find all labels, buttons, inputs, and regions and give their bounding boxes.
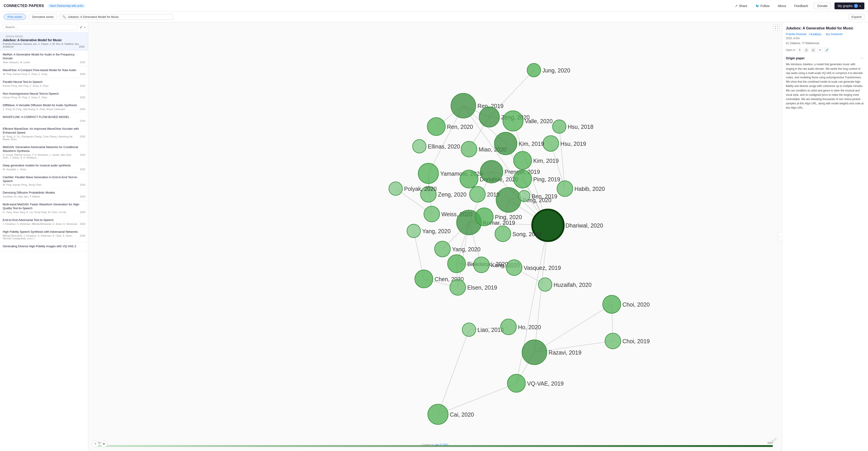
filter-input[interactable] [3, 24, 78, 30]
node-circle [480, 160, 503, 183]
logo[interactable]: CONNECTED PAPERS [4, 4, 44, 8]
list-item[interactable]: Efficient WaveGlow: An Improved WaveGlow… [0, 125, 88, 143]
graph-node[interactable]: Hsu, 2019 [543, 136, 586, 151]
help-button[interactable]: ? [92, 441, 99, 447]
created-label: Created on Jan 27 2021 [422, 443, 448, 446]
panel-expand-button[interactable]: ⤢ [80, 25, 83, 29]
graph-node[interactable]: Ho, 2020 [501, 319, 541, 335]
graph-node[interactable]: Huzaifah, 2020 [538, 278, 592, 291]
open-link-button[interactable]: 🔗 [824, 48, 829, 53]
fullscreen-button[interactable]: ⛶ [773, 25, 780, 31]
node-label: Ping, 2020 [495, 214, 522, 220]
node-label: Ellinas, 2020 [428, 143, 460, 150]
expand-button[interactable]: Expand [848, 14, 864, 20]
node-circle [605, 333, 621, 349]
node-label: Hsu, 2018 [568, 124, 594, 130]
author-secondary[interactable]: Ilya Sutskever [826, 33, 843, 36]
graph-node[interactable]: Elsen, 2019 [450, 279, 497, 295]
list-item[interactable]: Parallel Neural Text-to-Speech Kainan Pe… [0, 78, 88, 90]
share-button[interactable]: ↗ Share [733, 3, 749, 9]
list-item[interactable]: MelNet: A Generative Model for Audio in … [0, 51, 88, 66]
about-button[interactable]: About [775, 3, 788, 9]
graph-node[interactable]: Ping, 2019 [514, 170, 560, 188]
node-circle [495, 226, 511, 242]
created-date-link[interactable]: Jan 27 2021 [435, 443, 448, 446]
open-x-button[interactable]: ✕ [817, 48, 823, 53]
section-header: Origin paper ··· [786, 56, 864, 60]
graph-node[interactable]: Yang, 2020 [407, 224, 451, 238]
graph-node[interactable]: Razavi, 2019 [522, 340, 582, 365]
node-circle [424, 206, 440, 222]
origin-label: Origin paper [3, 34, 85, 38]
main-layout: ⤢ › Origin paper Jukebox: A Generative M… [0, 22, 868, 451]
open-pubmed-button[interactable]: P [804, 48, 809, 53]
eye-button[interactable]: 👁 [100, 441, 107, 447]
graph-node[interactable]: Zeng, 2020 [421, 186, 466, 202]
graph-node[interactable]: Vasquez, 2019 [506, 260, 561, 275]
node-circle [461, 141, 477, 157]
node-circle [538, 278, 552, 291]
graph-node[interactable]: Choi, 2019 [605, 333, 650, 349]
node-circle [532, 209, 564, 241]
open-ncbi-button[interactable]: N [811, 48, 816, 53]
list-item[interactable]: WaveFlow: A Compact Flow-based Model for… [0, 66, 88, 78]
graph-node[interactable]: Dhariwal, 2020 [532, 209, 603, 241]
mygraphs-count: 1 [854, 4, 858, 8]
node-label: Valle, 2020 [525, 118, 553, 124]
graph-node[interactable]: VQ-VAE, 2019 [507, 374, 564, 392]
graph-node[interactable]: Kim, 2019 [494, 132, 544, 155]
list-item[interactable]: MelGAN: Generative Adversarial Networks … [0, 143, 88, 161]
graph-node[interactable]: 2019 [469, 186, 500, 202]
node-circle [557, 181, 573, 197]
derivative-works-tab[interactable]: Derivative works [28, 14, 58, 20]
node-label: Habib, 2020 [575, 186, 605, 192]
list-item[interactable]: Denoising Diffusion Probabilistic Models… [0, 189, 88, 200]
graph-node[interactable]: Choi, 2020 [603, 295, 650, 313]
list-item[interactable]: Deep generative models for musical audio… [0, 161, 88, 173]
list-item[interactable]: DiffWave: A Versatile Diffusion Model fo… [0, 101, 88, 113]
list-item[interactable]: WAVEFLOW: A COMPACT FLOW-BASED MODEL 201… [0, 113, 88, 125]
list-item[interactable]: Generating Diverse High-Fidelity Images … [0, 242, 88, 251]
list-item[interactable]: High Fidelity Speech Synthesis with Adve… [0, 228, 88, 242]
paper-title-main: Jukebox: A Generative Model for Music [786, 26, 864, 31]
paper-search-input[interactable] [68, 15, 170, 19]
author-main[interactable]: Prafulla Dhariwal [786, 33, 806, 36]
search-box: 🔍 [60, 14, 173, 20]
follow-button[interactable]: 🐦 Follow [753, 3, 772, 9]
node-circle [412, 140, 426, 153]
prior-works-tab[interactable]: Prior works [4, 14, 26, 20]
list-item[interactable]: End-to-End Adversarial Text-to-Speech J.… [0, 216, 88, 228]
donate-button[interactable]: Donate [814, 3, 831, 9]
graph-area[interactable]: Dhariwal, 2020Jung, 2020Ren, 2019Ren, 20… [88, 22, 782, 451]
more-button[interactable]: ··· [859, 56, 864, 60]
node-circle [421, 186, 436, 202]
origin-paper-title[interactable]: Jukebox: A Generative Model for Music [3, 38, 85, 42]
graph-node[interactable]: Cai, 2020 [428, 404, 474, 424]
feedback-button[interactable]: Feedback [792, 3, 810, 9]
open-semantic-button[interactable]: S [797, 48, 802, 53]
list-item[interactable]: Non-Autoregressive Neural Text-to-Speech… [0, 90, 88, 101]
list-item[interactable]: ClariNet: Parallel Wave Generation in En… [0, 173, 88, 189]
origin-paper-authors: Prafulla Dhariwal, Heewoo Jun, C. Payne,… [3, 42, 85, 48]
list-item[interactable]: Multi-band MelGAN: Faster Waveform Gener… [0, 200, 88, 216]
search-icon: 🔍 [62, 15, 66, 19]
graph-node[interactable]: Valle, 2020 [503, 111, 553, 131]
graph-node[interactable]: Ren, 2020 [427, 118, 473, 136]
node-label: Vasquez, 2019 [524, 265, 561, 271]
graph-node[interactable]: Jung, 2020 [527, 63, 570, 77]
graph-toggle-button[interactable]: ‹ [778, 232, 782, 241]
node-circle [543, 136, 559, 151]
graph-node[interactable]: Ellinas, 2020 [412, 140, 460, 153]
graph-node[interactable]: Liao, 2019 [462, 323, 504, 336]
panel-close-button[interactable]: › [84, 25, 85, 29]
graph-node[interactable]: Hsu, 2018 [552, 120, 593, 133]
node-circle [603, 295, 621, 313]
open-in-row: Open in S P N ✕ 🔗 [786, 48, 864, 53]
node-circle [506, 260, 522, 275]
graph-node[interactable]: Habib, 2020 [557, 181, 605, 197]
node-circle [522, 340, 547, 365]
author-separator: | [824, 33, 824, 36]
node-label: Yang, 2020 [422, 228, 451, 234]
graph-node[interactable]: Kim, 2019 [514, 151, 559, 170]
mygraphs-button[interactable]: My graphs 1 + [835, 2, 864, 9]
